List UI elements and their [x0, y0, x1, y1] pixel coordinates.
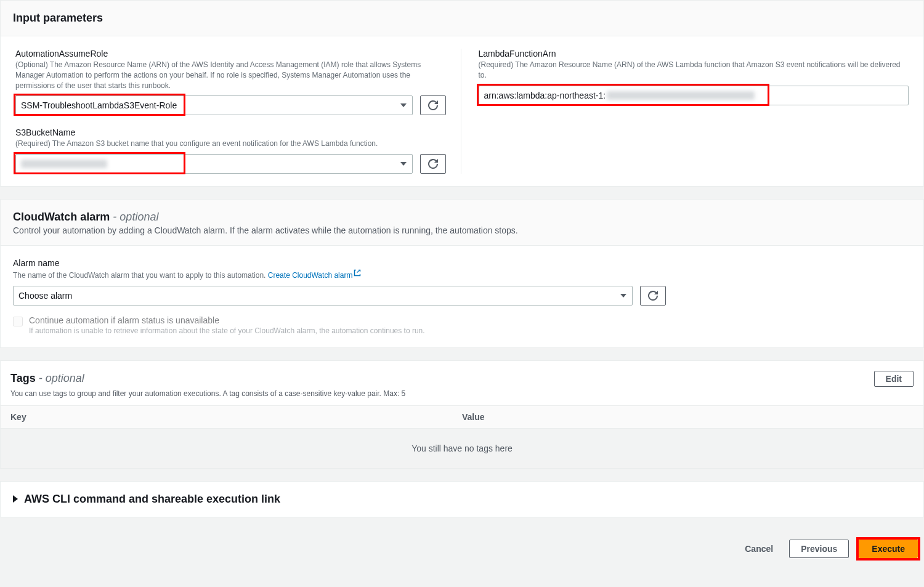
automation-assume-role-desc: (Optional) The Amazon Resource Name (ARN…	[15, 60, 446, 91]
lambda-arn-value-prefix: arn:aws:lambda:ap-northeast-1:	[484, 91, 606, 100]
lambda-arn-input[interactable]: arn:aws:lambda:ap-northeast-1:	[479, 86, 909, 105]
tags-title: Tags - optional	[10, 372, 84, 384]
alarm-name-placeholder: Choose alarm	[18, 291, 72, 301]
lambda-arn-value-redacted	[607, 91, 755, 100]
automation-assume-role-label: AutomationAssumeRole	[15, 49, 446, 59]
cloudwatch-alarm-header: CloudWatch alarm - optional	[1, 200, 923, 226]
caret-right-icon	[13, 495, 18, 503]
continue-automation-label: Continue automation if alarm status is u…	[29, 315, 911, 325]
automation-assume-role-value: SSM-TroubleshootLambdaS3Event-Role	[21, 100, 177, 110]
lambda-arn-label: LambdaFunctionArn	[479, 49, 909, 59]
refresh-s3-bucket-button[interactable]	[420, 154, 446, 174]
alarm-name-select[interactable]: Choose alarm	[13, 286, 633, 306]
cloudwatch-alarm-title: CloudWatch alarm - optional	[13, 211, 911, 224]
alarm-name-label: Alarm name	[13, 258, 911, 268]
cloudwatch-alarm-desc: Control your automation by adding a Clou…	[1, 225, 923, 245]
highlight-execute: Execute	[856, 537, 920, 561]
lambda-arn-field: LambdaFunctionArn (Required) The Amazon …	[479, 49, 909, 105]
tags-edit-button[interactable]: Edit	[874, 371, 914, 387]
cli-title: AWS CLI command and shareable execution …	[24, 493, 280, 506]
tags-table: Key Value You still have no tags here	[1, 405, 923, 468]
input-parameters-header: Input parameters	[1, 1, 923, 36]
continue-automation-checkbox	[13, 317, 23, 326]
refresh-icon	[428, 159, 438, 169]
tags-value-header: Value	[462, 412, 914, 422]
automation-assume-role-select[interactable]: SSM-TroubleshootLambdaS3Event-Role	[15, 95, 413, 115]
refresh-alarm-button[interactable]	[640, 286, 666, 306]
cli-panel: AWS CLI command and shareable execution …	[0, 481, 924, 517]
refresh-icon	[428, 100, 438, 110]
tags-empty-message: You still have no tags here	[1, 429, 923, 468]
s3-bucket-field: S3BucketName (Required) The Amazon S3 bu…	[15, 128, 446, 174]
create-cloudwatch-alarm-link[interactable]: Create CloudWatch alarm	[268, 271, 362, 280]
automation-assume-role-field: AutomationAssumeRole (Optional) The Amaz…	[15, 49, 446, 115]
tags-key-header: Key	[10, 412, 462, 422]
s3-bucket-select[interactable]	[15, 154, 413, 174]
input-parameters-title: Input parameters	[13, 12, 911, 25]
cloudwatch-alarm-panel: CloudWatch alarm - optional Control your…	[0, 199, 924, 348]
external-link-icon	[354, 269, 361, 280]
tags-desc: You can use tags to group and filter you…	[10, 389, 914, 398]
refresh-icon	[648, 291, 658, 301]
lambda-arn-desc: (Required) The Amazon Resource Name (ARN…	[479, 60, 909, 81]
cancel-button[interactable]: Cancel	[736, 540, 782, 557]
previous-button[interactable]: Previous	[789, 540, 849, 558]
cli-expand-toggle[interactable]: AWS CLI command and shareable execution …	[1, 482, 923, 517]
s3-bucket-value-redacted	[21, 160, 107, 168]
continue-automation-hint: If automation is unable to retrieve info…	[29, 326, 911, 335]
refresh-assume-role-button[interactable]	[420, 95, 446, 115]
footer-bar: Cancel Previous Execute	[0, 530, 924, 575]
tags-panel: Tags - optional Edit You can use tags to…	[0, 360, 924, 469]
input-parameters-panel: Input parameters AutomationAssumeRole (O…	[0, 0, 924, 187]
s3-bucket-label: S3BucketName	[15, 128, 446, 137]
execute-button[interactable]: Execute	[859, 540, 918, 558]
s3-bucket-desc: (Required) The Amazon S3 bucket name tha…	[15, 139, 446, 149]
alarm-name-desc: The name of the CloudWatch alarm that yo…	[13, 269, 911, 281]
continue-automation-checkbox-row: Continue automation if alarm status is u…	[13, 315, 911, 335]
